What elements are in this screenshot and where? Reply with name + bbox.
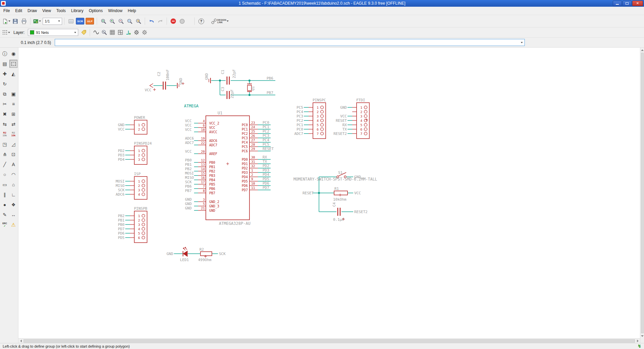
curve-style-button[interactable] [92, 29, 100, 37]
led-arrow[interactable] [183, 248, 185, 250]
schematic-label[interactable]: GND [204, 73, 209, 80]
pin-number[interactable]: 5 [138, 232, 140, 235]
pin-name[interactable]: ADC6 [209, 139, 217, 143]
net-label[interactable]: MOSI [185, 171, 194, 176]
net-label[interactable]: GND [185, 197, 192, 202]
pin-number[interactable]: 5 [203, 202, 205, 206]
errors-tool[interactable]: ⚠ [9, 221, 17, 229]
schematic-label[interactable]: 22pF [230, 90, 234, 99]
menu-library[interactable]: Library [68, 7, 86, 14]
net-label[interactable]: PB0 [118, 222, 125, 227]
pin-circle[interactable] [142, 228, 145, 231]
pin-circle[interactable] [364, 110, 367, 113]
help-button[interactable]: ? [197, 17, 205, 26]
bus-tool[interactable]: ∥ [1, 191, 9, 199]
pin-circle[interactable] [321, 110, 324, 113]
pin-number[interactable]: 4 [317, 119, 319, 122]
net-label[interactable]: PC3 [263, 134, 269, 138]
command-combo[interactable] [55, 39, 525, 46]
pin-number[interactable]: 13 [201, 163, 205, 166]
net-label[interactable]: VCC [185, 128, 192, 132]
pin-number[interactable]: 7 [317, 132, 319, 136]
menu-edit[interactable]: Edit [12, 7, 25, 14]
schematic-canvas[interactable]: VCCC2100nFGNDGNDC122pFC322pFQ1PB6PB7ATME… [18, 48, 640, 343]
pin-number[interactable]: 18 [201, 128, 205, 132]
pin-number[interactable]: 16 [201, 176, 205, 180]
move-tool[interactable]: ✚ [1, 70, 9, 78]
circle-tool[interactable]: ○ [1, 170, 9, 179]
pin-number[interactable]: 11 [251, 186, 255, 190]
attribute-tool[interactable]: ✎ [1, 211, 9, 219]
resistor-body[interactable] [334, 191, 348, 195]
scroll-down-icon[interactable] [640, 334, 644, 338]
rotate-tool[interactable]: ↻ [1, 80, 9, 88]
net-label[interactable]: PD2 [118, 149, 125, 153]
header-outline[interactable] [134, 177, 147, 199]
zoom-fit-button[interactable] [99, 17, 108, 26]
pin-number[interactable]: 4 [138, 193, 140, 196]
pin-number[interactable]: 3 [203, 198, 205, 201]
grid-settings-button[interactable] [2, 29, 10, 37]
wire-tool[interactable]: ╱ [1, 160, 9, 168]
pin-number[interactable]: 24 [251, 125, 255, 129]
print-button[interactable] [19, 17, 28, 26]
junction-tool[interactable]: ● [1, 201, 9, 209]
pin-number[interactable]: 2 [251, 173, 253, 177]
scroll-right-icon[interactable] [635, 339, 640, 343]
mirror-tool[interactable]: ◭ [9, 70, 17, 78]
pin-number[interactable]: 2 [317, 110, 319, 114]
resistor-body[interactable] [200, 252, 212, 256]
menu-window[interactable]: Window [105, 7, 125, 14]
pin-number[interactable]: 19 [201, 137, 205, 140]
pin-number[interactable]: 1 [138, 123, 140, 127]
pin-name[interactable]: PD6 [242, 184, 248, 188]
resistor-value[interactable]: 10kOhm [333, 197, 347, 202]
header-refdes[interactable]: FTDI [356, 98, 365, 102]
redo-button[interactable] [156, 17, 165, 26]
delete-tool[interactable]: ✖ [1, 110, 9, 118]
pin-number[interactable]: 6 [203, 123, 205, 127]
scroll-up-icon[interactable] [640, 48, 644, 52]
cut-tool[interactable]: ✂ [1, 100, 9, 108]
header-refdes[interactable]: ISP [134, 172, 141, 176]
text-tool[interactable]: A [9, 160, 17, 168]
junction-dot[interactable] [248, 80, 250, 82]
net-label[interactable]: PB2 [185, 167, 192, 171]
pin-number[interactable]: 3 [360, 114, 362, 118]
pin-circle[interactable] [321, 115, 324, 118]
pin-name[interactable]: PC0 [242, 123, 248, 127]
pin-number[interactable]: 1 [360, 106, 362, 109]
header-refdes[interactable]: PINSPB [134, 206, 147, 211]
header-outline[interactable] [357, 103, 369, 139]
net-label[interactable]: RESET2 [354, 210, 368, 214]
zoom-wave-button[interactable] [100, 29, 108, 37]
net-label[interactable]: SCK [185, 180, 192, 184]
grid-coarse-button[interactable] [116, 29, 124, 37]
pin-number[interactable]: 3 [138, 158, 140, 161]
restore-button[interactable] [623, 1, 632, 6]
net-label[interactable]: PB0 [185, 158, 192, 162]
net-label[interactable]: VCC [185, 123, 192, 128]
net-label[interactable]: PC3 [296, 114, 303, 118]
pin-name[interactable]: PD4 [242, 175, 248, 179]
net-label[interactable]: PD2 [263, 164, 269, 168]
erc-tool[interactable]: ERC✓ [1, 221, 9, 229]
net-label[interactable]: PD7 [118, 227, 125, 231]
net-label[interactable]: TX [263, 159, 267, 164]
pin-name[interactable]: PC5 [242, 145, 248, 149]
net-label[interactable]: RX [263, 155, 267, 159]
pin-name[interactable]: AREF [209, 152, 217, 156]
net-label[interactable]: TX [342, 127, 347, 132]
scroll-left-icon[interactable] [18, 339, 23, 343]
net-label[interactable]: GND [185, 206, 192, 210]
net-label[interactable]: PC4 [263, 138, 269, 142]
label-tool[interactable]: ❖ [9, 201, 17, 209]
pin-circle[interactable] [142, 158, 145, 161]
vscrollbar-thumb[interactable] [641, 53, 644, 333]
pin-name[interactable]: PD5 [242, 180, 248, 183]
save-button[interactable] [11, 17, 19, 26]
pin-number[interactable]: 23 [251, 121, 255, 124]
display-tool[interactable]: ▤ [1, 60, 9, 68]
pin-name[interactable]: PB5 [209, 183, 215, 186]
pin-circle[interactable] [321, 123, 324, 127]
